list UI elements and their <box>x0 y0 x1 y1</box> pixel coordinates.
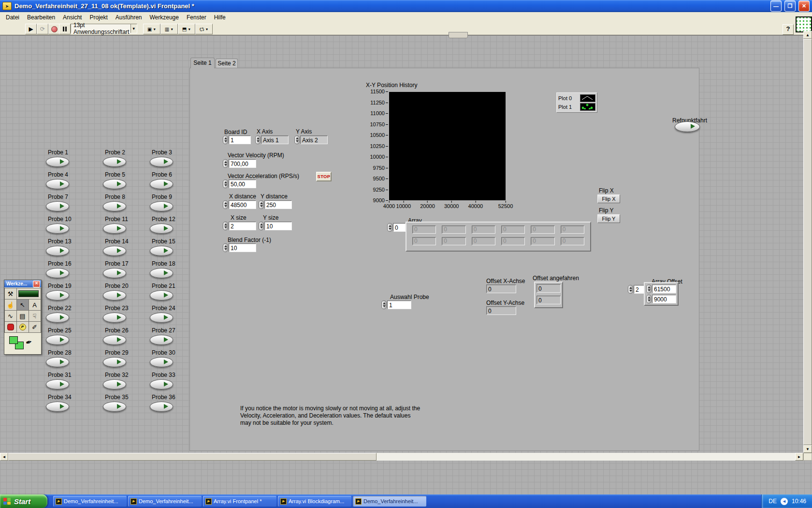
pane-handle[interactable] <box>449 32 468 38</box>
probe-button[interactable] <box>150 224 173 234</box>
probe-button[interactable] <box>103 179 126 189</box>
probe-button[interactable] <box>46 379 69 389</box>
minimize-button[interactable]: — <box>770 0 782 12</box>
probe-button[interactable] <box>46 224 69 234</box>
increment-decrement-spinner[interactable] <box>294 135 300 144</box>
start-button[interactable]: Start <box>0 494 47 508</box>
tab-seite-2[interactable]: Seite 2 <box>216 59 238 68</box>
position-tool[interactable]: ↖ <box>16 299 29 311</box>
menu-item[interactable]: Hilfe <box>210 13 230 22</box>
stop-button[interactable]: STOP <box>316 172 332 181</box>
probe-button[interactable] <box>46 268 69 278</box>
increment-decrement-spinner[interactable] <box>259 200 264 209</box>
vector-acceleration-control[interactable]: 50,00 <box>223 179 256 188</box>
probe-tool[interactable]: P <box>16 321 29 333</box>
align-objects-button[interactable]: ▣▼ <box>143 24 160 34</box>
tools-palette-titlebar[interactable]: Werkze... ✕ <box>4 280 41 287</box>
x-axis-ring[interactable]: Axis 1 <box>255 135 289 144</box>
breakpoint-tool[interactable] <box>4 321 17 333</box>
array-offset-x-control[interactable]: 61500 <box>646 284 676 293</box>
color-copy-tool[interactable]: ✐ <box>29 321 41 333</box>
increment-decrement-spinner[interactable] <box>646 284 652 293</box>
probe-button[interactable] <box>103 246 126 256</box>
increment-decrement-spinner[interactable] <box>387 223 392 232</box>
x-distance-control[interactable]: 48500 <box>223 200 256 209</box>
probe-button[interactable] <box>150 357 173 367</box>
probe-button[interactable] <box>46 179 69 189</box>
pause-button[interactable] <box>59 24 71 34</box>
increment-decrement-spinner[interactable] <box>223 200 228 209</box>
run-button[interactable]: ▶ <box>25 24 37 34</box>
menu-item[interactable]: Ausführen <box>112 13 146 22</box>
edit-text-tool[interactable]: A <box>29 299 41 311</box>
probe-button[interactable] <box>103 268 126 278</box>
taskbar-task[interactable]: ▶ Array.vi Frontpanel * <box>203 496 276 507</box>
chevron-down-icon[interactable]: ▼ <box>130 24 137 33</box>
probe-button[interactable] <box>150 313 173 323</box>
horizontal-scrollbar[interactable]: ◄ ► <box>0 453 803 461</box>
tab-seite-1[interactable]: Seite 1 <box>190 58 215 68</box>
scroll-right-icon[interactable]: ► <box>795 453 803 461</box>
probe-button[interactable] <box>103 402 126 412</box>
auswahl-probe-control[interactable]: 1 <box>381 300 411 309</box>
probe-button[interactable] <box>103 290 126 300</box>
vertical-scrollbar[interactable]: ▲ ▼ <box>803 31 812 453</box>
probe-button[interactable] <box>103 313 126 323</box>
probe-button[interactable] <box>103 201 126 211</box>
scroll-left-icon[interactable]: ◄ <box>0 453 8 461</box>
resize-objects-button[interactable]: ⬒▼ <box>178 24 195 34</box>
taskbar-task[interactable]: ▶ Demo_Verfahreinheit... <box>353 496 426 507</box>
legend-item-plot0[interactable]: Plot 0 <box>558 94 595 103</box>
scroll-down-icon[interactable]: ▼ <box>803 445 812 453</box>
probe-button[interactable] <box>150 335 173 345</box>
probe-button[interactable] <box>103 379 126 389</box>
set-color-tool[interactable]: ✒ <box>4 334 41 354</box>
probe-button[interactable] <box>103 224 126 234</box>
increment-decrement-spinner[interactable] <box>223 179 228 188</box>
increment-decrement-spinner[interactable] <box>628 285 633 294</box>
probe-button[interactable] <box>150 402 173 412</box>
probe-button[interactable] <box>103 335 126 345</box>
scrollbar-thumb[interactable] <box>803 39 812 445</box>
run-continuous-button[interactable]: ⟳ <box>37 24 48 34</box>
probe-button[interactable] <box>46 157 69 167</box>
tools-palette[interactable]: Werkze... ✕ ⚒ ☝ ↖ A ∿ ▤ ☟ P ✐ ✒ <box>4 280 42 355</box>
menu-item[interactable]: Bearbeiten <box>23 13 59 22</box>
menu-item[interactable]: Ansicht <box>59 13 86 22</box>
probe-button[interactable] <box>46 357 69 367</box>
menu-item[interactable]: Werkzeuge <box>145 13 182 22</box>
close-button[interactable]: ✕ <box>798 0 810 12</box>
probe-button[interactable] <box>150 379 173 389</box>
y-distance-control[interactable]: 250 <box>259 200 292 209</box>
wire-tool[interactable]: ∿ <box>4 310 17 322</box>
y-size-control[interactable]: 10 <box>259 222 292 230</box>
x-size-control[interactable]: 2 <box>223 222 256 230</box>
abort-button[interactable] <box>48 24 60 34</box>
legend-item-plot1[interactable]: Plot 1 <box>558 103 595 111</box>
increment-decrement-spinner[interactable] <box>223 135 228 144</box>
flip-x-button[interactable]: Flip X <box>597 194 620 203</box>
menu-item[interactable]: Projekt <box>86 13 111 22</box>
array-offset-y-control[interactable]: 9000 <box>646 295 676 303</box>
taskbar-task[interactable]: ▶ Demo_Verfahreinheit... <box>128 496 202 507</box>
probe-button[interactable] <box>46 313 69 323</box>
refpunktfahrt-button[interactable] <box>675 121 700 132</box>
increment-decrement-spinner[interactable] <box>223 243 228 252</box>
increment-decrement-spinner[interactable] <box>259 222 264 230</box>
blend-factor-control[interactable]: 10 <box>223 243 256 252</box>
probe-button[interactable] <box>150 246 173 256</box>
scrollbar-thumb[interactable] <box>8 453 377 461</box>
increment-decrement-spinner[interactable] <box>223 222 228 230</box>
tray-chevron-icon[interactable]: ◄ <box>781 498 788 505</box>
probe-button[interactable] <box>46 335 69 345</box>
probe-button[interactable] <box>46 201 69 211</box>
probe-button[interactable] <box>46 402 69 412</box>
reorder-button[interactable]: ⮔▼ <box>195 24 213 34</box>
increment-decrement-spinner[interactable] <box>646 295 652 303</box>
array-index-control[interactable]: 0 <box>387 223 406 232</box>
restore-button[interactable]: ❐ <box>784 0 796 12</box>
menu-item[interactable]: Fenster <box>183 13 210 22</box>
probe-button[interactable] <box>150 157 173 167</box>
close-icon[interactable]: ✕ <box>33 281 40 287</box>
vector-velocity-control[interactable]: 700,00 <box>223 159 256 168</box>
